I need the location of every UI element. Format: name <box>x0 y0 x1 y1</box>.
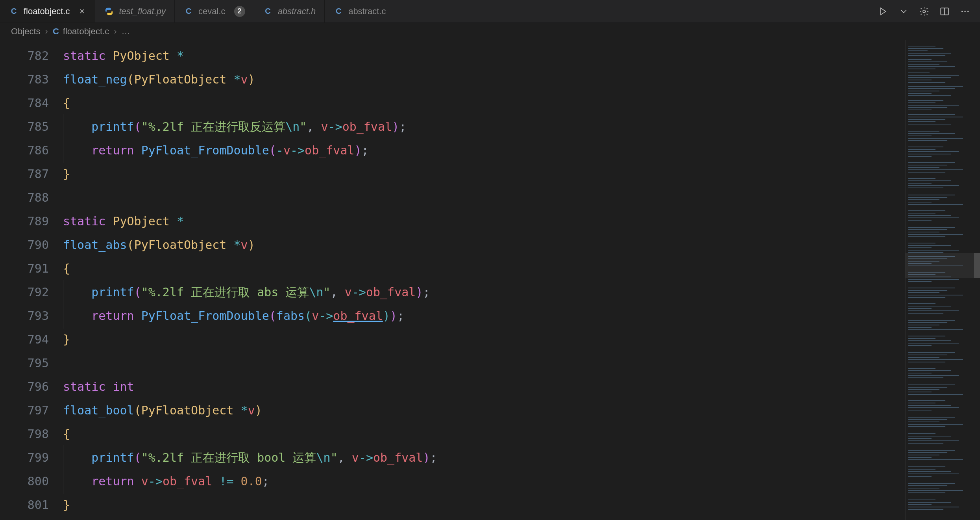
breadcrumb-item[interactable]: … <box>122 26 130 37</box>
line-number: 800 <box>0 470 63 493</box>
code-line[interactable]: { <box>63 257 905 280</box>
code-line[interactable]: static PyObject * <box>63 44 905 68</box>
code-token: "%.2lf 正在进行取 bool 运算 <box>141 451 316 464</box>
minimap-viewport[interactable] <box>906 253 980 278</box>
minimap-code-block <box>908 352 955 353</box>
minimap-code-block <box>908 438 932 439</box>
code-line[interactable]: float_bool(PyFloatObject *v) <box>63 399 905 422</box>
line-number: 787 <box>0 162 63 186</box>
run-icon[interactable] <box>878 6 889 17</box>
minimap-code-block <box>908 327 932 328</box>
minimap-code-block <box>908 102 936 103</box>
minimap-code-block <box>908 507 959 507</box>
code-token: ob_fval <box>342 120 392 134</box>
code-line[interactable]: static PyObject * <box>63 210 905 233</box>
minimap-code-block <box>908 75 959 76</box>
tab-floatobject-c[interactable]: Cfloatobject.c× <box>0 0 95 22</box>
line-number: 792 <box>0 280 63 304</box>
minimap-code-block <box>908 504 932 505</box>
code-line[interactable]: printf("%.2lf 正在进行取反运算\n", v->ob_fval); <box>63 115 905 139</box>
code-line[interactable]: float_neg(PyFloatObject *v) <box>63 68 905 91</box>
code-line[interactable]: { <box>63 91 905 115</box>
code-line[interactable]: { <box>63 422 905 446</box>
minimap-code-block <box>908 50 928 51</box>
minimap-code-block <box>908 136 932 136</box>
code-line[interactable]: return PyFloat_FromDouble(-v->ob_fval); <box>63 139 905 162</box>
tab-ceval-c[interactable]: Cceval.c2 <box>175 0 254 22</box>
tab-abstract-h[interactable]: Cabstract.h <box>254 0 325 22</box>
breadcrumb-item[interactable]: Objects <box>11 26 41 37</box>
breadcrumb[interactable]: Objects›Cfloatobject.c›… <box>0 23 980 40</box>
settings-gear-icon[interactable] <box>919 6 930 17</box>
code-editor[interactable]: static PyObject *float_neg(PyFloatObject… <box>63 40 905 520</box>
code-token: ( <box>127 72 134 86</box>
minimap-code-block <box>908 485 947 486</box>
minimap-code-block <box>908 61 947 62</box>
code-token: ) <box>248 72 255 86</box>
minimap-code-block <box>908 455 939 455</box>
code-token: v <box>283 143 290 157</box>
minimap-code-block <box>908 250 959 251</box>
code-token: ob_fval <box>366 285 416 299</box>
close-icon[interactable]: × <box>78 6 86 17</box>
code-token: ; <box>397 309 404 323</box>
code-token: } <box>63 332 70 346</box>
code-line[interactable]: float_abs(PyFloatObject *v) <box>63 233 905 257</box>
tabbar-spacer <box>395 0 868 22</box>
code-token: -> <box>359 451 373 464</box>
split-editor-icon[interactable] <box>939 6 950 17</box>
code-token <box>226 238 233 252</box>
code-token <box>63 115 91 139</box>
minimap-code-block <box>908 320 955 321</box>
c-file-icon: C <box>9 6 19 17</box>
line-number: 786 <box>0 139 63 162</box>
code-token: v <box>321 120 328 134</box>
minimap-code-block <box>908 336 945 336</box>
code-line[interactable]: return v->ob_fval != 0.0; <box>63 470 905 493</box>
breadcrumb-separator-icon: › <box>114 26 116 37</box>
code-token: printf <box>91 285 134 299</box>
minimap-code-block <box>908 77 951 78</box>
minimap-code-block <box>908 387 947 388</box>
code-line[interactable]: printf("%.2lf 正在进行取 bool 运算\n", v->ob_fv… <box>63 446 905 470</box>
code-token <box>134 474 141 488</box>
minimap-code-block <box>908 229 947 230</box>
code-token: printf <box>91 451 134 464</box>
code-line[interactable]: static int <box>63 375 905 399</box>
minimap-code-block <box>908 169 963 170</box>
minimap-code-block <box>908 121 936 122</box>
editor-area: 7827837847857867877887897907917927937947… <box>0 40 980 520</box>
code-token: printf <box>91 120 134 134</box>
code-token: ob_fval <box>373 451 423 464</box>
code-line[interactable]: return PyFloat_FromDouble(fabs(v->ob_fva… <box>63 304 905 328</box>
minimap-code-block <box>908 149 936 150</box>
code-line[interactable] <box>63 186 905 210</box>
code-line[interactable] <box>63 351 905 375</box>
code-token: * <box>241 403 248 417</box>
minimap-code-block <box>908 450 955 451</box>
tab-abstract-c[interactable]: Cabstract.c <box>325 0 395 22</box>
code-token: ( <box>134 451 141 464</box>
minimap-code-block <box>908 469 936 470</box>
code-line[interactable]: } <box>63 493 905 517</box>
minimap[interactable] <box>905 40 980 520</box>
code-line[interactable]: } <box>63 328 905 351</box>
run-dropdown-icon[interactable] <box>898 6 909 17</box>
minimap-code-block <box>908 436 951 436</box>
minimap-code-block <box>908 110 932 110</box>
minimap-code-block <box>908 322 947 323</box>
line-number: 784 <box>0 91 63 115</box>
minimap-code-block <box>908 227 955 228</box>
code-line[interactable]: } <box>63 162 905 186</box>
tab-test-float-py[interactable]: test_float.py <box>95 0 175 22</box>
line-number: 783 <box>0 68 63 91</box>
code-token: return <box>91 143 134 157</box>
code-line[interactable]: printf("%.2lf 正在进行取 abs 运算\n", v->ob_fva… <box>63 280 905 304</box>
tab-label: floatobject.c <box>24 6 70 17</box>
minimap-code-block <box>908 355 947 355</box>
minimap-code-block <box>908 306 951 306</box>
breadcrumb-item[interactable]: Cfloatobject.c <box>53 26 109 37</box>
code-token: ; <box>362 143 369 157</box>
scrollbar-thumb[interactable] <box>974 253 980 278</box>
more-actions-icon[interactable] <box>960 6 971 17</box>
